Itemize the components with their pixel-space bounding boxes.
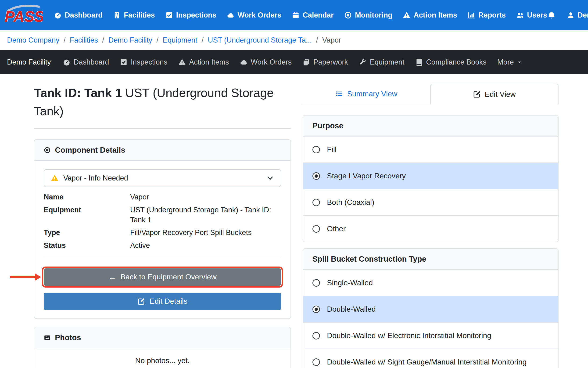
radio-button[interactable] bbox=[312, 225, 320, 233]
view-tabs: Summary View Edit View bbox=[303, 84, 559, 104]
edit-details-button[interactable]: Edit Details bbox=[44, 293, 281, 310]
user-menu[interactable]: Demo bbox=[567, 11, 588, 19]
option-double-walled-sight-gauge[interactable]: Double-Walled w/ Sight Gauge/Manual Inte… bbox=[303, 349, 558, 368]
chevron-down-icon bbox=[517, 59, 522, 65]
nav-dashboard-label: Dashboard bbox=[65, 11, 103, 19]
subnav-dashboard[interactable]: Dashboard bbox=[63, 58, 109, 66]
wrench-icon bbox=[359, 58, 367, 66]
user-menu-label: Demo bbox=[578, 11, 588, 19]
photos-empty-text: No photos... yet. bbox=[135, 356, 190, 365]
nav-calendar[interactable]: Calendar bbox=[292, 11, 334, 19]
main-content: Tank ID: Tank 1 UST (Underground Storage… bbox=[0, 74, 588, 368]
cloud-icon bbox=[227, 11, 235, 19]
subnav-inspections[interactable]: Inspections bbox=[120, 58, 167, 66]
nav-dashboard[interactable]: Dashboard bbox=[54, 11, 103, 19]
photos-card: Photos No photos... yet. bbox=[34, 327, 291, 368]
purpose-card: Purpose Fill Stage I Vapor Recovery Both… bbox=[303, 115, 559, 242]
nav-calendar-label: Calendar bbox=[303, 11, 334, 19]
radio-button[interactable] bbox=[312, 332, 320, 340]
pass-logo[interactable]: PASS bbox=[3, 3, 43, 27]
tab-summary-label: Summary View bbox=[347, 90, 397, 98]
radio-button[interactable] bbox=[312, 306, 320, 313]
field-value: Vapor bbox=[130, 192, 281, 202]
left-arrow-icon: ← bbox=[109, 273, 116, 281]
radio-button[interactable] bbox=[312, 279, 320, 287]
nav-facilities[interactable]: Facilities bbox=[113, 11, 155, 19]
field-label: Name bbox=[44, 192, 130, 202]
bar-chart-icon bbox=[467, 11, 475, 19]
nav-users[interactable]: Users bbox=[516, 11, 547, 19]
photos-body: No photos... yet. bbox=[34, 348, 290, 368]
nav-reports[interactable]: Reports bbox=[467, 11, 506, 19]
subnav-action-items[interactable]: Action Items bbox=[178, 58, 229, 66]
breadcrumb-ust[interactable]: UST (Underground Storage Ta... bbox=[208, 36, 312, 45]
back-to-equipment-overview-button[interactable]: ← Back to Equipment Overview bbox=[44, 268, 281, 286]
option-both-coaxial[interactable]: Both (Coaxial) bbox=[303, 189, 558, 215]
chevron-down-icon bbox=[266, 174, 274, 182]
subnav-more[interactable]: More bbox=[497, 58, 523, 66]
copy-icon bbox=[302, 58, 310, 66]
subnav-paperwork[interactable]: Paperwork bbox=[302, 58, 348, 66]
nav-work-orders-label: Work Orders bbox=[238, 11, 281, 19]
tab-summary-view[interactable]: Summary View bbox=[303, 84, 430, 104]
option-double-walled[interactable]: Double-Walled bbox=[303, 296, 558, 322]
option-stage-1-vapor-recovery[interactable]: Stage I Vapor Recovery bbox=[303, 163, 558, 189]
info-icon bbox=[44, 147, 51, 154]
breadcrumb-facilities[interactable]: Facilities bbox=[70, 36, 98, 45]
subnav-work-orders[interactable]: Work Orders bbox=[240, 58, 292, 66]
component-select-value: Vapor - Info Needed bbox=[63, 174, 128, 182]
radio-button[interactable] bbox=[312, 172, 320, 180]
breadcrumb-equipment[interactable]: Equipment bbox=[163, 36, 197, 45]
purpose-options: Fill Stage I Vapor Recovery Both (Coaxia… bbox=[303, 137, 558, 242]
top-navbar: PASS Dashboard Facilities Inspections Wo… bbox=[0, 0, 588, 30]
nav-monitoring[interactable]: Monitoring bbox=[344, 11, 392, 19]
subnav-action-items-label: Action Items bbox=[189, 58, 229, 66]
field-row-equipment: Equipment UST (Underground Storage Tank)… bbox=[44, 205, 281, 225]
breadcrumb-demo-facility[interactable]: Demo Facility bbox=[109, 36, 152, 45]
option-label: Double-Walled bbox=[327, 305, 376, 313]
nav-work-orders[interactable]: Work Orders bbox=[227, 11, 281, 19]
option-other[interactable]: Other bbox=[303, 215, 558, 242]
nav-inspections[interactable]: Inspections bbox=[165, 11, 217, 19]
photos-header: Photos bbox=[34, 327, 290, 348]
component-details-header: Component Details bbox=[34, 140, 290, 161]
bell-icon bbox=[547, 11, 556, 20]
field-label: Equipment bbox=[44, 205, 130, 225]
subnav-paperwork-label: Paperwork bbox=[313, 58, 348, 66]
circle-dot-icon bbox=[344, 11, 352, 19]
field-label: Type bbox=[44, 228, 130, 238]
nav-action-items[interactable]: Action Items bbox=[403, 11, 457, 19]
subnav-more-label: More bbox=[497, 58, 514, 66]
field-value: Fill/Vapor Recovery Port Spill Buckets bbox=[130, 228, 281, 238]
users-icon bbox=[516, 11, 524, 19]
subnav-equipment[interactable]: Equipment bbox=[359, 58, 404, 66]
tab-edit-view[interactable]: Edit View bbox=[430, 84, 559, 104]
building-icon bbox=[113, 11, 121, 19]
button-stack: ← Back to Equipment Overview Edit Detail… bbox=[44, 257, 281, 310]
radio-button[interactable] bbox=[312, 146, 320, 153]
subnav-dashboard-label: Dashboard bbox=[74, 58, 109, 66]
spill-bucket-card: Spill Bucket Construction Type Single-Wa… bbox=[303, 248, 559, 368]
radio-button[interactable] bbox=[312, 199, 320, 206]
breadcrumb-demo-company[interactable]: Demo Company bbox=[7, 36, 59, 45]
purpose-header: Purpose bbox=[303, 116, 558, 137]
option-label: Double-Walled w/ Electronic Interstitial… bbox=[327, 331, 491, 340]
breadcrumb: Demo Company / Facilities / Demo Facilit… bbox=[0, 30, 588, 50]
subnav-demo-facility[interactable]: Demo Facility bbox=[7, 58, 51, 66]
radio-button[interactable] bbox=[312, 359, 320, 366]
subnav-compliance-books-label: Compliance Books bbox=[426, 58, 486, 66]
spill-bucket-header: Spill Bucket Construction Type bbox=[303, 249, 558, 270]
field-value: UST (Underground Storage Tank) - Tank ID… bbox=[130, 205, 281, 225]
option-single-walled[interactable]: Single-Walled bbox=[303, 270, 558, 296]
notifications-button[interactable] bbox=[547, 11, 556, 20]
option-double-walled-electronic[interactable]: Double-Walled w/ Electronic Interstitial… bbox=[303, 322, 558, 349]
check-square-icon bbox=[120, 58, 128, 66]
subnav-compliance-books[interactable]: Compliance Books bbox=[415, 58, 486, 66]
component-select[interactable]: Vapor - Info Needed bbox=[44, 169, 281, 187]
nav-inspections-label: Inspections bbox=[176, 11, 217, 19]
purpose-title: Purpose bbox=[312, 121, 343, 130]
breadcrumb-current-vapor: Vapor bbox=[322, 36, 341, 45]
option-fill[interactable]: Fill bbox=[303, 137, 558, 163]
breadcrumb-separator: / bbox=[63, 36, 66, 45]
check-square-icon bbox=[165, 11, 173, 19]
